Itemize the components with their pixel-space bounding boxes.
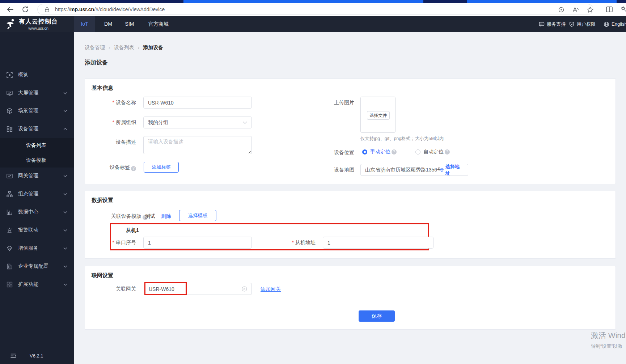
save-button[interactable]: 保存 xyxy=(359,310,395,322)
auto-location-help-icon[interactable] xyxy=(445,149,450,155)
sidebar-label: 概览 xyxy=(18,72,28,78)
shield-icon xyxy=(569,21,575,27)
auto-location-label[interactable]: 自动定位 xyxy=(423,149,444,155)
chevron-down-icon xyxy=(63,264,67,268)
organization-value: 我的分组 xyxy=(148,119,168,126)
auto-location-radio[interactable] xyxy=(415,149,420,155)
nav-tab-iot[interactable]: IoT xyxy=(74,16,95,32)
support-menu[interactable]: 服务支持 xyxy=(539,16,566,32)
collapse-sidebar-icon[interactable] xyxy=(10,353,16,359)
breadcrumb: 设备管理 设备列表 添加设备 xyxy=(85,45,163,51)
manual-location-label[interactable]: 手动定位 xyxy=(370,149,390,155)
sidebar-item-datacenter[interactable]: 数据中心 xyxy=(0,203,74,221)
device-name-label: 设备名称 xyxy=(92,100,136,106)
breadcrumb-device-management[interactable]: 设备管理 xyxy=(85,45,105,51)
sidebar-label: 场景管理 xyxy=(18,107,38,114)
permissions-menu[interactable]: 用户权限 xyxy=(569,16,596,32)
sidebar-item-vas[interactable]: 增值服务 xyxy=(0,239,74,257)
breadcrumb-device-list[interactable]: 设备列表 xyxy=(105,45,134,51)
sidebar-item-gateway[interactable]: 网关管理 xyxy=(0,167,74,185)
serial-port-input[interactable] xyxy=(143,237,252,249)
tag-help-icon[interactable] xyxy=(131,166,136,171)
device-grid-icon xyxy=(7,126,13,132)
permissions-label: 用户权限 xyxy=(577,21,596,27)
gateway-input[interactable]: USR-W610 xyxy=(144,283,252,295)
gateway-icon xyxy=(7,173,13,179)
device-address-input[interactable]: 山东省济南市历城区颖秀路1356号 选择地址 xyxy=(360,164,468,176)
big-screen-icon xyxy=(7,90,13,96)
delete-template-link[interactable]: 删除 xyxy=(161,213,171,220)
clear-input-icon[interactable] xyxy=(242,286,247,292)
template-name: 测试 xyxy=(145,213,155,220)
sidebar-label: 报警联动 xyxy=(18,227,38,233)
geolocation-icon[interactable] xyxy=(558,6,565,13)
nav-tab-shop[interactable]: 官方商城 xyxy=(144,16,173,32)
sidebar-label: 网关管理 xyxy=(18,173,38,179)
chevron-down-icon xyxy=(63,210,67,214)
browser-refresh-icon[interactable] xyxy=(21,5,30,14)
choose-template-button[interactable]: 选择模板 xyxy=(179,210,216,221)
device-map-label: 设备地图 xyxy=(318,167,354,173)
logo-text-block[interactable]: 有人云控制台 www.usr.cn xyxy=(19,17,58,30)
choose-address-link[interactable]: 选择地址 xyxy=(440,164,464,177)
watermark-line2: 转到“设置”以激 xyxy=(591,343,626,350)
read-aloud-icon[interactable] xyxy=(572,6,579,13)
language-menu[interactable]: English xyxy=(604,16,626,32)
chevron-down-icon xyxy=(63,109,67,113)
lock-icon[interactable] xyxy=(44,7,50,13)
sidebar-label: 组态管理 xyxy=(18,191,38,197)
split-screen-icon[interactable] xyxy=(605,5,613,13)
device-location-label: 设备位置 xyxy=(318,149,354,156)
chevron-down-icon xyxy=(63,192,67,196)
chevron-down-icon xyxy=(63,228,67,232)
sidebar-item-scene[interactable]: 场景管理 xyxy=(0,102,74,120)
sidebar-item-scada[interactable]: 组态管理 xyxy=(0,185,74,203)
manual-location-radio[interactable] xyxy=(362,149,367,155)
browser-back-icon[interactable] xyxy=(6,5,14,14)
add-gateway-link[interactable]: 添加网关 xyxy=(261,286,281,293)
sidebar-subitem-device-list[interactable]: 设备列表 xyxy=(0,138,74,153)
sidebar-item-bigscreen[interactable]: 大屏管理 xyxy=(0,84,74,102)
sidebar-label: 大屏管理 xyxy=(18,90,38,96)
slave-address-label: 从机地址 xyxy=(276,240,316,246)
tag-label: 设备标签 xyxy=(92,164,136,171)
slave-title: 从机1 xyxy=(126,227,139,234)
organization-select[interactable]: 我的分组 xyxy=(143,117,252,128)
scene-cube-icon xyxy=(7,108,13,114)
upload-dropzone[interactable]: 选择文件 xyxy=(360,97,396,133)
slave-address-input[interactable] xyxy=(323,237,433,249)
chevron-down-icon xyxy=(63,174,67,178)
sidebar-item-enterprise[interactable]: 企业专属配置 xyxy=(0,257,74,275)
sidebar-label: 扩展功能 xyxy=(18,281,38,288)
device-name-input[interactable] xyxy=(143,97,252,109)
nav-tab-dm[interactable]: DM xyxy=(101,16,115,32)
logo-subtitle: www.usr.cn xyxy=(19,26,58,30)
url-text[interactable]: https://mp.usr.cn/#/cloud/device/ViewAdd… xyxy=(55,7,165,12)
url-path: /#/cloud/device/ViewAddDevice xyxy=(94,7,165,12)
url-domain: mp.usr.cn xyxy=(70,7,94,12)
choose-file-button[interactable]: 选择文件 xyxy=(367,111,390,120)
sidebar-item-device[interactable]: 设备管理 xyxy=(0,120,74,138)
manual-location-help-icon[interactable] xyxy=(392,149,397,155)
four-squares-icon xyxy=(7,282,13,288)
sidebar-item-overview[interactable]: 概览 xyxy=(0,66,74,84)
gateway-label: 关联网关 xyxy=(96,286,136,292)
description-textarea[interactable] xyxy=(143,136,252,154)
chevron-down-icon xyxy=(63,91,67,95)
usr-logo-icon[interactable] xyxy=(5,18,17,30)
version-label: V6.2.1 xyxy=(30,353,43,359)
gateway-value: USR-W610 xyxy=(149,286,174,292)
sidebar-item-alarm[interactable]: 报警联动 xyxy=(0,221,74,239)
sidebar-footer: V6.2.1 xyxy=(0,351,74,361)
add-tag-button[interactable]: 添加标签 xyxy=(144,162,179,173)
data-settings-title: 数据设置 xyxy=(92,197,113,204)
map-pin-icon xyxy=(440,168,444,172)
network-settings-card: 联网设置 关联网关 USR-W610 添加网关 保存 xyxy=(85,266,616,330)
address-bar[interactable]: https://mp.usr.cn/#/cloud/device/ViewAdd… xyxy=(37,4,593,15)
favorites-bar-icon[interactable] xyxy=(620,5,626,13)
location-radio-group: 手动定位 自动定位 xyxy=(362,149,450,155)
sidebar-item-extension[interactable]: 扩展功能 xyxy=(0,275,74,293)
bookmark-star-icon[interactable] xyxy=(587,6,594,13)
nav-tab-sim[interactable]: SIM xyxy=(122,16,138,32)
sidebar-subitem-device-template[interactable]: 设备模板 xyxy=(0,153,74,168)
